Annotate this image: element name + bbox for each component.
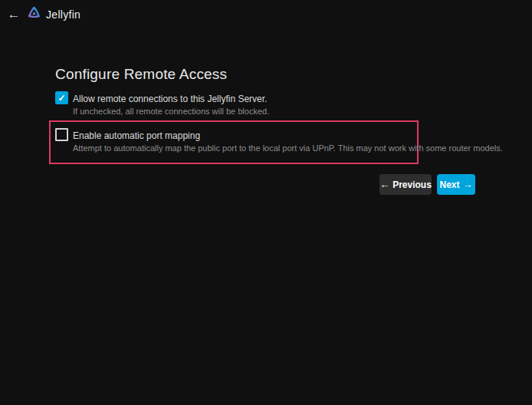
jellyfin-setup-screen: ← Jellyfin Configure Remote Access ✓ All… xyxy=(0,0,532,405)
arrow-left-icon: ← xyxy=(379,179,389,189)
arrow-right-icon: → xyxy=(463,179,473,189)
checkbox-allow-remote-connections[interactable]: ✓ xyxy=(55,91,68,104)
allow-remote-connections-label[interactable]: Allow remote connections to this Jellyfi… xyxy=(73,94,267,104)
allow-remote-connections-description: If unchecked, all remote connections wil… xyxy=(73,107,269,116)
jellyfin-logo-icon xyxy=(25,5,43,22)
page-title: Configure Remote Access xyxy=(55,66,227,83)
enable-port-mapping-description: Attempt to automatically map the public … xyxy=(73,143,503,153)
field-allow-remote-connections: ✓ Allow remote connections to this Jelly… xyxy=(55,91,415,127)
field-enable-port-mapping: Enable automatic port mapping Attempt to… xyxy=(55,128,415,163)
next-button[interactable]: Next → xyxy=(437,174,475,195)
previous-button[interactable]: ← Previous xyxy=(379,174,432,195)
brand-name: Jellyfin xyxy=(46,8,80,21)
next-button-label: Next xyxy=(439,179,459,190)
checkmark-icon: ✓ xyxy=(57,94,65,103)
checkbox-enable-port-mapping[interactable] xyxy=(55,128,68,141)
back-button[interactable]: ← xyxy=(5,6,23,23)
previous-button-label: Previous xyxy=(392,179,432,190)
back-arrow-icon: ← xyxy=(8,7,21,22)
enable-port-mapping-label[interactable]: Enable automatic port mapping xyxy=(73,130,200,141)
